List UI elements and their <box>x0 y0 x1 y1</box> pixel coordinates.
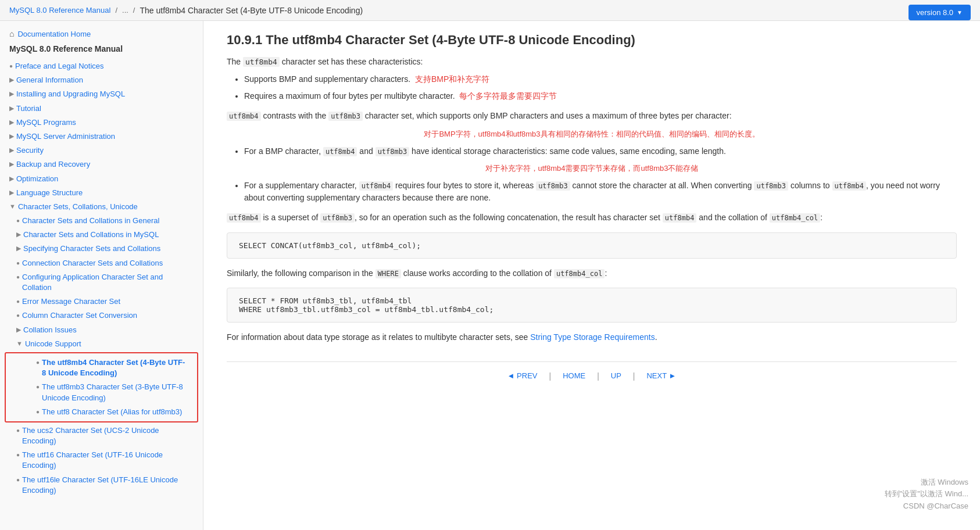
next-link[interactable]: NEXT ► <box>646 371 676 380</box>
bullet-icon: ● <box>16 452 20 458</box>
bullet-icon: ● <box>36 409 40 415</box>
home-icon: ⌂ <box>9 29 14 38</box>
sidebar-item-utf8mb3[interactable]: ● The utf8mb3 Character Set (3-Byte UTF-… <box>31 380 197 404</box>
arrow-icon: ▶ <box>16 326 21 334</box>
code-block-2: SELECT * FROM utf8mb3_tbl, utf8mb4_tbl W… <box>227 288 957 323</box>
chevron-down-icon: ▼ <box>957 9 963 16</box>
bullet-icon: ● <box>16 274 20 280</box>
storage-paragraph: For information about data type storage … <box>227 331 957 343</box>
intro-paragraph: The utf8mb4 character set has these char… <box>227 57 957 66</box>
sidebar-item-installing[interactable]: ▶ Installing and Upgrading MySQL <box>0 87 203 101</box>
comparison-paragraph: Similarly, the following comparison in t… <box>227 267 957 280</box>
sidebar-home-link[interactable]: Documentation Home <box>17 30 91 38</box>
arrow-down-icon: ▼ <box>9 203 16 210</box>
sidebar-item-backup[interactable]: ▶ Backup and Recovery <box>0 157 203 171</box>
characteristics-list: Supports BMP and supplementary character… <box>244 73 957 102</box>
watermark-line1: 激活 Windows <box>885 477 968 489</box>
annotation-four-bytes: 每个多字符最多需要四字节 <box>459 91 557 101</box>
sidebar-item-collation-issues[interactable]: ▶ Collation Issues <box>16 323 203 337</box>
sidebar-item-utf16le[interactable]: ● The utf16le Character Set (UTF-16LE Un… <box>16 473 203 497</box>
sidebar-item-connection[interactable]: ● Connection Character Sets and Collatio… <box>16 256 203 270</box>
bullet-icon: ● <box>16 298 20 305</box>
sidebar-item-utf8[interactable]: ● The utf8 Character Set (Alias for utf8… <box>31 405 197 419</box>
sidebar: ⌂ Documentation Home MySQL 8.0 Reference… <box>0 21 203 530</box>
sidebar-item-configuring[interactable]: ● Configuring Application Character Set … <box>16 270 203 295</box>
breadcrumb-ellipsis: ... <box>122 6 128 15</box>
annotation-supplementary: 对于补充字符，utf8mb4需要四字节来存储，而utf8mb3不能存储 <box>227 163 957 174</box>
arrow-icon: ▶ <box>16 245 21 252</box>
bullet-icon: ● <box>9 63 13 69</box>
watermark-line2: 转到"设置"以激活 Wind... <box>885 488 968 500</box>
up-link[interactable]: UP <box>611 371 621 380</box>
sidebar-item-tutorial[interactable]: ▶ Tutorial <box>0 102 203 116</box>
arrow-icon: ▶ <box>9 105 14 112</box>
bullet-icon: ● <box>16 217 20 224</box>
sidebar-item-language[interactable]: ▶ Language Structure <box>0 186 203 200</box>
breadcrumb-current: The utf8mb4 Character Set (4-Byte UTF-8 … <box>140 6 363 15</box>
sidebar-item-charsets-mysql[interactable]: ▶ Character Sets and Collations in MySQL <box>16 228 203 242</box>
annotation-bmp-detail: 对于BMP字符，utf8mb4和utf8mb3具有相同的存储特性：相同的代码值、… <box>227 129 957 139</box>
sidebar-item-column-conversion[interactable]: ● Column Character Set Conversion <box>16 309 203 323</box>
bullet-icon: ● <box>36 359 40 366</box>
sidebar-item-security[interactable]: ▶ Security <box>0 144 203 157</box>
version-label: version 8.0 <box>917 8 954 17</box>
sidebar-item-general[interactable]: ▶ General Information <box>0 73 203 87</box>
breadcrumb: MySQL 8.0 Reference Manual / ... / The u… <box>0 0 980 21</box>
list-item-four-bytes: Requires a maximum of four bytes per mul… <box>244 90 957 102</box>
sidebar-home[interactable]: ⌂ Documentation Home <box>0 27 203 41</box>
arrow-icon: ▶ <box>9 160 14 168</box>
sidebar-item-charsets[interactable]: ▼ Character Sets, Collations, Unicode <box>0 200 203 214</box>
page-title: 10.9.1 The utf8mb4 Character Set (4-Byte… <box>227 33 957 48</box>
code-block-1: SELECT CONCAT(utf8mb3_col, utf8mb4_col); <box>227 232 957 259</box>
nav-footer: ◄ PREV | HOME | UP | NEXT ► <box>227 361 957 381</box>
arrow-icon: ▶ <box>9 175 14 182</box>
annotation-bmp: 支持BMP和补充字符 <box>415 74 489 84</box>
list-item-bmp: Supports BMP and supplementary character… <box>244 73 957 85</box>
main-content: 10.9.1 The utf8mb4 Character Set (4-Byte… <box>203 21 980 530</box>
version-button[interactable]: version 8.0 ▼ <box>909 5 971 20</box>
arrow-icon: ▶ <box>9 90 14 98</box>
bmp-detail-list: For a BMP character, utf8mb4 and utf8mb3… <box>244 145 957 157</box>
list-item-bmp-detail: For a BMP character, utf8mb4 and utf8mb3… <box>244 145 957 157</box>
sidebar-item-programs[interactable]: ▶ MySQL Programs <box>0 116 203 130</box>
breadcrumb-sep-1: / <box>115 6 117 15</box>
sidebar-item-unicode-support[interactable]: ▼ Unicode Support <box>16 337 203 351</box>
breadcrumb-sep-2: / <box>133 6 135 15</box>
superset-paragraph: utf8mb4 is a superset of utf8mb3, so for… <box>227 211 957 224</box>
sidebar-item-utf8mb4[interactable]: ● The utf8mb4 Character Set (4-Byte UTF-… <box>31 356 197 380</box>
list-item-supplementary: For a supplementary character, utf8mb4 r… <box>244 180 957 204</box>
watermark: 激活 Windows 转到"设置"以激活 Wind... CSDN @CharC… <box>885 477 968 513</box>
sidebar-item-charsets-general[interactable]: ● Character Sets and Collations in Gener… <box>16 214 203 228</box>
arrow-icon: ▶ <box>16 231 21 238</box>
sidebar-item-server-admin[interactable]: ▶ MySQL Server Administration <box>0 130 203 144</box>
sidebar-active-section: ● The utf8mb4 Character Set (4-Byte UTF-… <box>5 352 198 422</box>
breadcrumb-item-1[interactable]: MySQL 8.0 Reference Manual <box>9 6 110 15</box>
supplementary-list: For a supplementary character, utf8mb4 r… <box>244 180 957 204</box>
home-link[interactable]: HOME <box>563 371 585 380</box>
storage-requirements-link[interactable]: String Type Storage Requirements <box>530 332 655 342</box>
bullet-icon: ● <box>16 427 20 434</box>
nav-sep-1: | <box>549 371 551 381</box>
sidebar-title: MySQL 8.0 Reference Manual <box>0 41 203 59</box>
contrast-paragraph: utf8mb4 contrasts with the utf8mb3 chara… <box>227 109 957 122</box>
prev-link[interactable]: ◄ PREV <box>507 371 538 380</box>
arrow-icon: ▶ <box>9 119 14 126</box>
nav-sep-3: | <box>633 371 635 381</box>
arrow-icon: ▶ <box>9 132 14 140</box>
sidebar-item-utf16[interactable]: ● The utf16 Character Set (UTF-16 Unicod… <box>16 448 203 472</box>
bullet-icon: ● <box>36 384 40 390</box>
arrow-icon: ▶ <box>9 189 14 196</box>
watermark-line3: CSDN @CharCase <box>885 500 968 513</box>
arrow-down-icon: ▼ <box>16 340 23 347</box>
bullet-icon: ● <box>16 477 20 483</box>
sidebar-item-ucs2[interactable]: ● The ucs2 Character Set (UCS-2 Unicode … <box>16 424 203 448</box>
bullet-icon: ● <box>16 312 20 318</box>
bullet-icon: ● <box>16 260 20 266</box>
sidebar-item-optimization[interactable]: ▶ Optimization <box>0 172 203 186</box>
sidebar-item-specifying[interactable]: ▶ Specifying Character Sets and Collatio… <box>16 242 203 256</box>
arrow-icon: ▶ <box>9 146 14 154</box>
nav-sep-2: | <box>597 371 599 381</box>
arrow-icon: ▶ <box>9 76 14 84</box>
sidebar-item-preface[interactable]: ● Preface and Legal Notices <box>0 59 203 73</box>
sidebar-item-error-msg[interactable]: ● Error Message Character Set <box>16 295 203 309</box>
